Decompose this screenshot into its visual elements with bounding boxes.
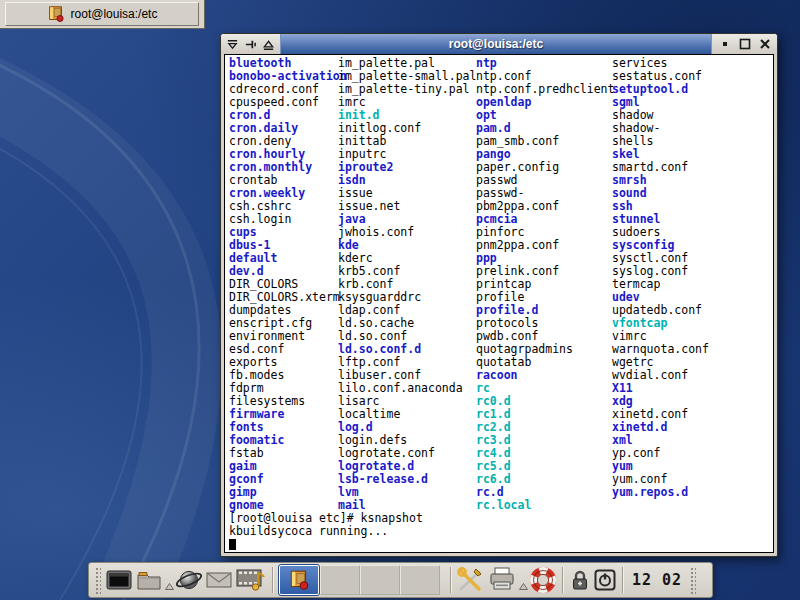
listing-column: im_palette.palim_palette-small.palim_pal… xyxy=(338,57,476,512)
file-entry: racoon xyxy=(476,369,614,382)
listing-column: servicessestatus.confsetuptool.dsgmlshad… xyxy=(612,57,709,499)
clock[interactable]: 12 02 xyxy=(628,571,686,589)
window-list-button[interactable]: root@louisa:/etc xyxy=(5,2,199,26)
terminal-cursor xyxy=(229,539,236,550)
help-lifesaver-icon[interactable] xyxy=(528,566,558,594)
panel-separator xyxy=(622,567,624,593)
file-entry: yum.repos.d xyxy=(612,486,709,499)
status-line: kbuildsycoca running... xyxy=(229,525,423,538)
web-browser-icon[interactable] xyxy=(174,566,204,594)
titlebar-left-buttons xyxy=(221,34,280,54)
titlebar-right-buttons xyxy=(712,34,777,54)
panel-separator xyxy=(272,567,274,593)
empty-task-slot[interactable] xyxy=(360,565,400,595)
file-manager-icon[interactable] xyxy=(134,566,164,594)
konsole-icon xyxy=(288,569,310,591)
empty-task-slot[interactable] xyxy=(320,565,360,595)
printer-popup-arrow-icon[interactable] xyxy=(518,566,528,594)
window-menu-icon[interactable] xyxy=(225,37,240,52)
shade-icon[interactable] xyxy=(261,37,276,52)
window-title: root@louisa:/etc xyxy=(280,34,712,54)
panel-separator xyxy=(450,567,452,593)
power-icon[interactable] xyxy=(592,566,618,594)
printer-icon[interactable] xyxy=(486,566,518,594)
active-task-konsole-button[interactable] xyxy=(279,565,319,595)
titlebar[interactable]: root@louisa:/etc xyxy=(221,34,777,54)
bottom-panel: 12 02 xyxy=(88,562,713,598)
listing-column: ntpntp.confntp.conf.predhclientopenldapo… xyxy=(476,57,614,512)
multimedia-icon[interactable] xyxy=(234,566,268,594)
top-panel: root@louisa:/etc xyxy=(0,0,205,29)
minimize-icon[interactable] xyxy=(717,37,732,52)
prompt-block: [root@louisa etc]# ksnapshot kbuildsycoc… xyxy=(229,512,423,550)
lock-icon[interactable] xyxy=(568,566,592,594)
terminal-frame: bluetoothbonobo-activationcdrecord.confc… xyxy=(221,54,777,556)
maximize-icon[interactable] xyxy=(737,37,752,52)
tools-icon[interactable] xyxy=(456,566,486,594)
close-icon[interactable] xyxy=(757,37,772,52)
panel-hide-handle-right[interactable] xyxy=(689,566,696,594)
terminal-launcher-icon[interactable] xyxy=(104,566,134,594)
konsole-icon xyxy=(47,5,65,23)
terminal-window: root@louisa:/etc bluetoothbonobo-activat… xyxy=(220,33,778,557)
terminal-output[interactable]: bluetoothbonobo-activationcdrecord.confc… xyxy=(224,54,774,553)
listing-column: bluetoothbonobo-activationcdrecord.confc… xyxy=(229,57,347,512)
folder-popup-arrow-icon[interactable] xyxy=(164,566,174,594)
panel-separator xyxy=(562,567,564,593)
mail-icon[interactable] xyxy=(204,566,234,594)
panel-hide-handle-left[interactable] xyxy=(94,566,101,594)
empty-task-slot[interactable] xyxy=(400,565,440,595)
file-entry: rc.local xyxy=(476,499,614,512)
window-list-button-label: root@louisa:/etc xyxy=(71,7,158,21)
pin-icon[interactable] xyxy=(243,37,258,52)
